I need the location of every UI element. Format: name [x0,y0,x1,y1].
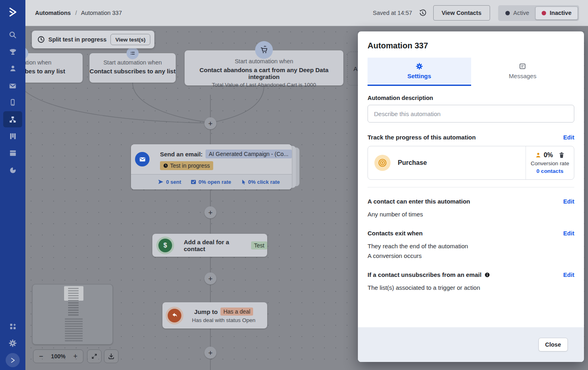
sidebar-item-reports[interactable] [3,162,22,178]
revision-history-button[interactable] [418,8,428,18]
track-edit-link[interactable]: Edit [563,134,574,141]
delete-goal-button[interactable] [559,152,565,158]
contact-orange-icon [535,152,541,158]
sent-stat-link[interactable]: 0 sent [158,179,181,185]
toggle-active-option[interactable]: Active [499,6,536,20]
description-input[interactable] [368,105,574,123]
breadcrumb-automations-link[interactable]: Automations [35,10,71,16]
email-node-title: Send an email: [160,151,203,158]
section-divider [368,187,574,187]
section-edit-link[interactable]: Edit [563,198,574,205]
sent-stat-label: 0 sent [166,179,181,185]
start-node-subscribes-1[interactable]: Start automation when Contact subscribes… [25,53,83,83]
add-step-button-4[interactable]: + [204,347,216,359]
split-test-banner: Split test in progress View test(s) [32,31,154,48]
email-stats-bar: 0 sent 0% open rate 0% click rate [131,174,292,189]
add-step-button-3[interactable]: + [204,272,216,285]
view-contacts-button[interactable]: View Contacts [433,5,490,21]
sidebar-item-contacts[interactable] [3,60,22,77]
message-note-icon [519,63,526,70]
add-step-button-2[interactable]: + [204,206,216,218]
jump-to-node[interactable]: Jump to Has a deal Has deal with status … [162,302,267,328]
goal-name: Purchase [398,159,427,166]
conversion-rate-value: 0% [544,152,553,159]
section-unsubscribe: If a contact unsubscribes from an email … [368,271,574,293]
deal-icon-halo: $ [156,237,174,254]
contact-icon [9,65,17,72]
start-node-abandoned-cart[interactable]: Start automation when Contact abandons a… [185,50,343,85]
profile-chevron-icon [10,357,16,364]
click-rate-stat-link[interactable]: 0% click rate [241,179,280,185]
open-rate-stat-label: 0% open rate [199,179,231,185]
sidebar-item-pipelines[interactable] [3,128,22,144]
sidebar-item-forms[interactable] [3,145,22,161]
add-step-button-1[interactable]: + [204,117,216,129]
section-line: Any number of times [368,210,574,219]
history-icon [418,9,427,17]
sidebar-item-automations[interactable] [3,111,22,127]
panel-title: Automation 337 [358,31,584,50]
section-edit-link[interactable]: Edit [563,272,574,278]
inactive-label: Inactive [550,10,571,16]
section-contacts-exit: Contacts exit when Edit They reach the e… [368,230,574,261]
app-sidebar [0,0,25,370]
download-icon [108,353,114,360]
expand-icon [91,353,98,360]
tab-messages[interactable]: Messages [471,58,575,86]
kanban-icon [9,133,17,140]
deal-tag-chip: Test [251,241,267,249]
split-test-text: Split test in progress [48,36,106,43]
zoom-in-button[interactable]: + [68,350,83,363]
start-node-line2: Contact subscribes to any list [89,68,176,75]
open-rate-stat-link[interactable]: 0% open rate [191,179,231,185]
list-trigger-icon [25,47,28,59]
start-node-line2: Contact subscribes to any list [25,68,83,75]
info-icon [484,272,490,278]
sidebar-item-campaigns[interactable] [3,78,22,94]
breadcrumb-current: Automation 337 [81,10,122,16]
sidebar-item-settings[interactable] [3,335,22,351]
fit-to-screen-button[interactable] [87,349,102,363]
test-in-progress-chip: Test in progress [160,161,213,170]
minimap-flow-preview [65,318,83,343]
download-button[interactable] [104,349,118,363]
sidebar-item-apps[interactable] [3,318,22,335]
sidebar-item-search[interactable] [3,27,22,43]
section-edit-link[interactable]: Edit [563,230,574,237]
trophy-icon [9,48,17,56]
canvas-minimap[interactable] [32,284,113,345]
add-deal-node[interactable]: $ Add a deal for a contact Test [152,234,267,257]
gear-icon [416,63,423,70]
close-button[interactable]: Close [538,338,568,351]
toggle-inactive-option[interactable]: Inactive [535,6,578,20]
pie-chart-icon [9,166,17,174]
active-label: Active [513,10,530,16]
sidebar-item-goals[interactable] [3,44,22,60]
breadcrumb: Automations / Automation 337 [35,10,122,16]
sidebar-item-mobile[interactable] [3,94,22,110]
section-line: The list(s) associated to a trigger or a… [368,283,574,293]
zoom-out-button[interactable]: − [33,350,49,363]
zoom-controls: − 100% + [33,349,83,363]
activecampaign-logo[interactable] [6,5,20,19]
section-title: Contacts exit when [368,230,423,237]
start-node-subscribes-2[interactable]: Start automation when Contact subscribes… [89,53,176,83]
jump-target-chip: Has a deal [220,308,253,316]
goal-contacts-link[interactable]: 0 contacts [536,168,563,174]
deal-node-title: Add a deal for a contact [184,239,248,252]
section-line: A conversion occurs [368,251,574,261]
envelope-icon [9,82,17,90]
send-email-node[interactable]: Send an email: AI Generated Campaign - (… [131,144,292,189]
jump-node-subtitle: Has deal with status Open [192,317,256,323]
automation-sitemap-icon [9,116,17,123]
tab-settings[interactable]: Settings [368,58,471,86]
start-node-line1: Start automation when [185,58,343,64]
click-rate-icon [241,179,246,185]
clock-icon [37,36,45,43]
minimap-flow-preview [68,288,79,317]
profile-avatar[interactable] [6,353,20,367]
view-tests-button[interactable]: View test(s) [110,34,150,45]
start-node-line2: Contact abandons a cart from any Deep Da… [185,67,343,80]
jump-arrow-icon [168,309,181,322]
automation-settings-panel: Automation 337 Settings Messages Automat… [358,31,584,362]
